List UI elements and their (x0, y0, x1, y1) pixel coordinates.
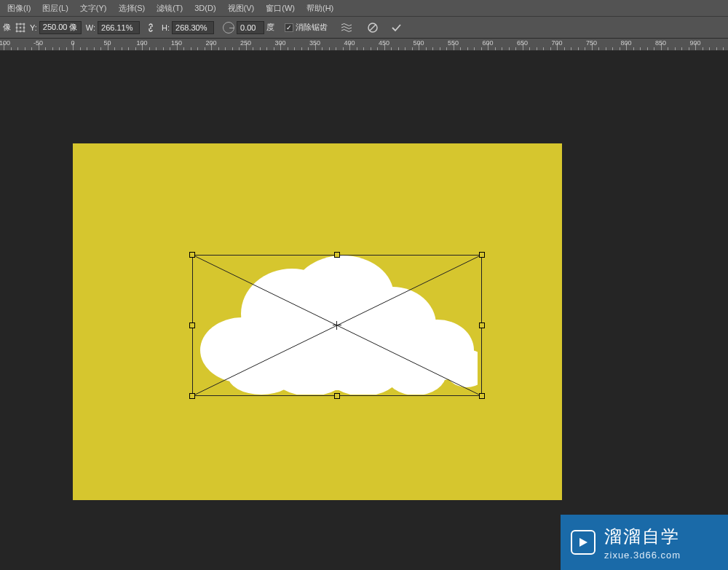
ruler-tick-label: 0 (71, 39, 74, 47)
svg-line-12 (370, 25, 376, 31)
handle-bottom-left[interactable] (189, 393, 195, 399)
ruler-tick-label: -100 (0, 39, 10, 47)
ruler-tick-label: 550 (448, 39, 459, 47)
ruler-tick-label: 650 (517, 39, 528, 47)
handle-top-right[interactable] (479, 252, 485, 258)
handle-top-center[interactable] (334, 252, 340, 258)
ruler-tick-label: 800 (620, 39, 631, 47)
ruler-tick-label: 750 (586, 39, 597, 47)
svg-point-1 (16, 23, 17, 25)
w-label: W: (86, 23, 95, 32)
handle-mid-right[interactable] (479, 322, 485, 328)
handle-mid-left[interactable] (189, 322, 195, 328)
work-area (0, 51, 728, 570)
svg-point-3 (23, 23, 25, 25)
y-input[interactable] (39, 21, 82, 34)
cancel-transform-icon[interactable] (365, 20, 380, 35)
link-wh-icon[interactable] (144, 21, 157, 34)
ruler-tick-label: 900 (689, 39, 700, 47)
menu-view[interactable]: 视图(V) (222, 1, 261, 16)
h-input[interactable] (172, 21, 214, 34)
watermark-url: zixue.3d66.com (604, 550, 681, 561)
angle-icon[interactable] (223, 22, 234, 33)
angle-input[interactable] (237, 21, 264, 34)
warp-mode-icon[interactable] (339, 20, 354, 35)
unit-suffix: 像 (3, 22, 11, 33)
ruler-tick-label: 850 (655, 39, 666, 47)
menu-bar: 图像(I) 图层(L) 文字(Y) 选择(S) 滤镜(T) 3D(D) 视图(V… (0, 0, 728, 16)
antialias-checkbox[interactable]: ✓ (285, 23, 293, 32)
ruler-tick-label: 300 (274, 39, 285, 47)
handle-top-left[interactable] (189, 252, 195, 258)
menu-layer[interactable]: 图层(L) (36, 1, 74, 16)
handle-bottom-right[interactable] (479, 393, 485, 399)
menu-3d[interactable]: 3D(D) (189, 1, 221, 15)
menu-help[interactable]: 帮助(H) (301, 1, 339, 16)
svg-point-9 (23, 31, 25, 32)
ruler-tick-label: 200 (205, 39, 216, 47)
ruler-tick-label: -50 (33, 39, 43, 47)
options-bar: 像 Y: W: H: 度 ✓ 消除锯齿 (0, 16, 728, 38)
ruler-tick-label: 400 (344, 39, 355, 47)
svg-point-8 (20, 31, 21, 32)
ruler-tick-label: 700 (551, 39, 562, 47)
svg-point-2 (20, 23, 21, 25)
menu-filter[interactable]: 滤镜(T) (151, 1, 189, 16)
ruler-tick-label: 500 (413, 39, 424, 47)
ruler-tick-label: 100 (136, 39, 147, 47)
ruler-tick-label: 250 (240, 39, 251, 47)
ruler-tick-label: 600 (482, 39, 493, 47)
svg-point-4 (16, 27, 17, 28)
svg-marker-26 (579, 538, 587, 547)
svg-point-6 (23, 27, 25, 28)
ruler-tick-label: 150 (171, 39, 182, 47)
menu-type[interactable]: 文字(Y) (74, 1, 113, 16)
ruler-tick-label: 450 (379, 39, 389, 47)
transform-center-icon[interactable] (333, 321, 341, 330)
h-label: H: (162, 23, 170, 32)
ruler-tick-label: 50 (103, 39, 111, 47)
menu-image[interactable]: 图像(I) (1, 1, 36, 16)
ruler-horizontal[interactable]: -100-50050100150200250300350400450500550… (0, 38, 728, 51)
watermark: 溜溜自学 zixue.3d66.com (561, 515, 728, 570)
watermark-title: 溜溜自学 (604, 525, 681, 548)
angle-unit: 度 (266, 22, 274, 33)
ruler-tick-label: 350 (309, 39, 320, 47)
transform-bounding-box[interactable] (192, 255, 482, 396)
svg-point-7 (16, 31, 17, 32)
w-input[interactable] (98, 21, 140, 34)
y-label: Y: (30, 23, 37, 32)
handle-bottom-center[interactable] (334, 393, 340, 399)
menu-select[interactable]: 选择(S) (113, 1, 151, 16)
svg-point-5 (20, 27, 21, 28)
commit-transform-icon[interactable] (389, 20, 403, 35)
reference-point-icon[interactable] (15, 23, 25, 33)
antialias-label: 消除锯齿 (296, 22, 328, 33)
play-icon (571, 530, 596, 555)
menu-window[interactable]: 窗口(W) (260, 1, 301, 16)
